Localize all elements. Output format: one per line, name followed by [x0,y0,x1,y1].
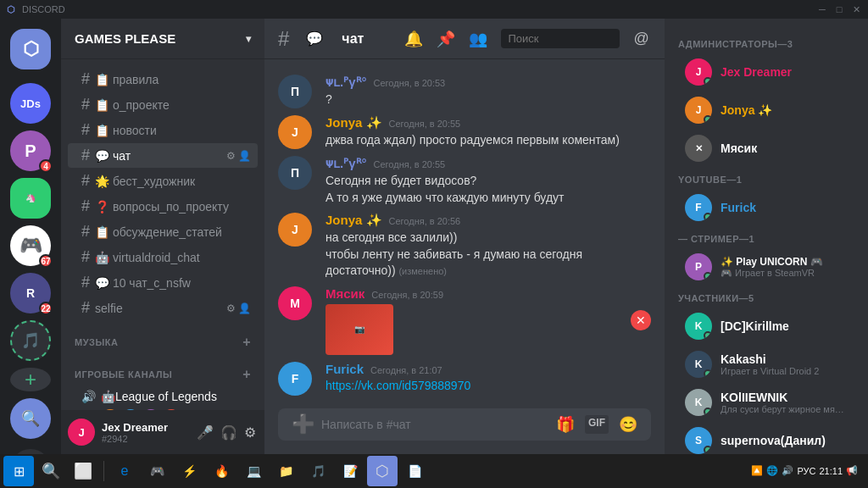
close-button[interactable]: ✕ [851,4,861,14]
vk-link[interactable]: https://vk.com/id579888970 [326,379,470,392]
taskbar-app2[interactable]: 🎮 [142,456,172,486]
channel-item-чат[interactable]: # 💬 чат ⚙ 👤 [68,143,258,168]
member-jex-dreamer[interactable]: J Jex Dreamer [671,53,861,91]
message-content-4: Jonya ✨ Сегодня, в 20:56 на сегодня все … [326,213,651,280]
start-button[interactable]: ⊞ [3,456,34,486]
taskbar-app6[interactable]: 📁 [270,456,301,486]
minimize-button[interactable]: ─ [817,4,827,14]
taskview-button[interactable]: ⬜ [68,456,98,486]
bell-icon[interactable]: 🔔 [404,30,423,48]
member-info-jonya: Jonya ✨ [721,103,848,117]
taskbar-app8[interactable]: 📝 [335,456,365,486]
channel-item-опроекте[interactable]: # 📋 о_проекте [68,92,258,117]
member-name-kakashi: Kakashi [721,352,848,366]
member-kakashi[interactable]: K Kakashi Играет в Virtual Droid 2 [671,346,861,383]
user-avatar[interactable]: J [68,419,95,446]
server-badge-3: 22 [39,302,53,315]
messages-container: П ᴪʟ.ᴾγᴿ° Сегодня, в 20:53 ? J Jonya ✨ С… [264,59,665,402]
message-header-4: Jonya ✨ Сегодня, в 20:56 [326,213,651,228]
member-avatar-koiiewnk: K [685,389,712,416]
gif-icon[interactable]: GIF [585,415,609,434]
server-icon-discord[interactable]: ⬡ [10,29,51,69]
add-server-button[interactable]: + [10,368,51,391]
message-text-3: Сегодня не будет видосов?А то я уже дума… [326,173,651,206]
members-category: УЧАСТНИКИ—5 [665,286,868,307]
tray-network[interactable]: 🌐 [766,465,778,476]
message-author-2[interactable]: Jonya ✨ [326,115,382,130]
category-music[interactable]: МУЗЫКА + [61,321,264,353]
channel-item-бест[interactable]: # 🌟 бест_художник [68,169,258,193]
header-icons: 🔔 📌 👥 @ ❓ [404,29,665,48]
message-author-3[interactable]: ᴪʟ.ᴾγᴿ° [326,156,367,171]
category-gaming[interactable]: ИГРОВЫЕ КАНАЛЫ + [61,353,264,385]
tray-icon-1[interactable]: 🔼 [751,465,763,476]
channel-name-header: чат [342,31,364,47]
member-unicorn[interactable]: P ✨ Play UNICORN 🎮 🎮 Играет в SteamVR [671,248,861,286]
user-discriminator: #2942 [102,434,188,444]
channel-item-правила[interactable]: # 📋 правила [68,67,258,92]
server-icon-explore[interactable]: 🔍 [10,398,51,439]
server-header[interactable]: GAMES PLEASE ▾ [61,19,264,59]
category-add-icon[interactable]: + [242,335,251,350]
tray-notification[interactable]: 📢 [846,465,858,476]
taskbar-app4[interactable]: 🔥 [206,456,236,486]
member-name-jonya: Jonya ✨ [721,103,848,117]
message-author-6[interactable]: Furick [326,362,364,376]
taskbar-app9[interactable]: 📄 [399,456,430,486]
member-info-koiiewnk: KOlIIEWNIK Для суси берут жирное мясо... [721,391,848,414]
member-furick[interactable]: F Furick [671,189,861,226]
category-add-icon-2[interactable]: + [242,367,251,382]
mute-button[interactable]: 🎤 [195,423,215,442]
message-input[interactable] [321,408,549,441]
delete-button[interactable]: ✕ [631,310,651,330]
server-icon-jds[interactable]: JDs [10,83,51,124]
message-author-1[interactable]: ᴪʟ.ᴾγᴿ° [326,75,367,90]
member-name-kirillme: [DC]Kirillme [721,319,848,333]
channel-item-вопросы[interactable]: # ❓ вопросы_по_проекту [68,194,258,219]
channel-label: 📋 о_проекте [95,98,170,112]
server-icon-3[interactable]: R 22 [10,273,51,313]
member-activity-unicorn: 🎮 Играет в SteamVR [721,268,848,279]
settings-button[interactable]: ⚙ [242,423,258,442]
add-attachment-button[interactable]: ➕ [292,413,314,435]
maximize-button[interactable]: □ [834,4,844,14]
message-author-5[interactable]: Мясик [326,286,364,301]
taskbar-app5[interactable]: 💻 [238,456,269,486]
member-jonya[interactable]: J Jonya ✨ [671,92,861,129]
members-icon[interactable]: 👥 [469,30,487,48]
server-icon-1[interactable]: 🦄 [10,178,51,219]
member-koiiewnk[interactable]: K KOlIIEWNIK Для суси берут жирное мясо.… [671,384,861,421]
voice-channel-lol[interactable]: 🔊 🤖 League of Legends [68,386,258,407]
emoji-icon[interactable]: 😊 [619,415,637,434]
taskbar-app7[interactable]: 🎵 [303,456,333,486]
member-kirillme[interactable]: K [DC]Kirillme [671,308,861,345]
taskbar-discord-active[interactable]: ⬡ [367,456,398,486]
channel-item-virtual[interactable]: # 🤖 virtualdroid_chat [68,245,258,269]
channel-item-selfie[interactable]: # selfie ⚙ 👤 [68,296,258,320]
member-supernova[interactable]: S supernova(Данил) [671,422,861,454]
server-name: GAMES PLEASE [75,31,175,46]
gift-icon[interactable]: 🎁 [556,415,575,434]
deafen-button[interactable]: 🎧 [219,423,239,442]
taskbar-edge[interactable]: e [109,456,140,486]
pin-icon[interactable]: 📌 [437,30,455,48]
member-info-myasik: Мясик [721,141,848,155]
search-taskbar[interactable]: 🔍 [36,456,66,486]
at-icon[interactable]: @ [633,30,648,47]
search-input[interactable] [501,29,620,48]
taskbar-app3[interactable]: ⚡ [174,456,204,486]
channel-item-обсуждение[interactable]: # 📋 обсуждение_статей [68,219,258,244]
tray-lang[interactable]: РУС [797,466,815,476]
member-myasik[interactable]: ✕ Мясик [671,130,861,167]
member-info-furick: Furick [721,201,848,214]
server-icon-p[interactable]: P 4 [10,130,51,171]
taskbar-clock[interactable]: 21:11 [819,465,843,477]
server-icon-4[interactable]: 🎵 [10,320,51,361]
channel-item-nsfw[interactable]: # 💬 10 чат_с_nsfw [68,270,258,295]
channel-item-новости[interactable]: # 📋 новости [68,118,258,142]
hash-icon: # [81,299,90,317]
server-icon-2[interactable]: 🎮 67 [10,225,51,266]
message-author-4[interactable]: Jonya ✨ [326,213,382,228]
tray-volume[interactable]: 🔊 [782,465,793,476]
member-status-jonya [704,115,712,124]
